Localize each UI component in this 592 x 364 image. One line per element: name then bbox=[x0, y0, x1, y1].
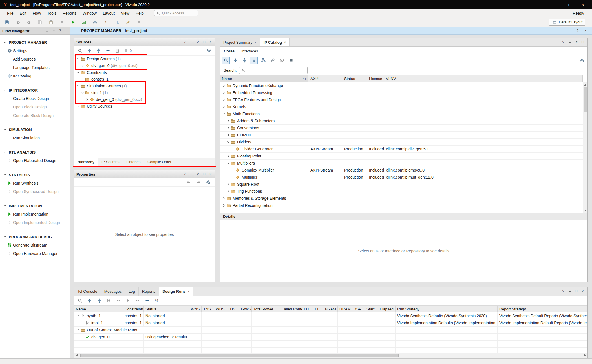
tab-ip-catalog[interactable]: IP Catalog× bbox=[260, 38, 290, 46]
catalog-row-floating-point[interactable]: Floating Point bbox=[220, 153, 583, 160]
tab-log[interactable]: Log bbox=[125, 287, 139, 296]
flownav-item-ip-catalog[interactable]: IP Catalog bbox=[0, 72, 70, 80]
chevron-down-icon[interactable] bbox=[75, 313, 80, 318]
column-header-wns[interactable]: WNS bbox=[189, 306, 202, 312]
tree-row-constrs-1[interactable]: constrs_1 bbox=[74, 76, 215, 83]
column-header-name[interactable]: Name^1 bbox=[220, 75, 308, 82]
add-sources-button[interactable] bbox=[105, 48, 111, 54]
sources-maximize-button[interactable]: □ bbox=[202, 40, 206, 44]
flownav-item-open-elaborated-design[interactable]: Open Elaborated Design bbox=[0, 156, 70, 165]
scroll-left-arrow[interactable] bbox=[74, 353, 79, 358]
properties-minimize-button[interactable]: – bbox=[189, 172, 193, 176]
collapse-all-button[interactable] bbox=[86, 48, 92, 54]
chevron-right-icon[interactable] bbox=[226, 132, 231, 137]
chevron-down-icon[interactable] bbox=[226, 139, 231, 145]
scroll-thumb[interactable] bbox=[80, 354, 399, 357]
cancel-button[interactable] bbox=[136, 19, 142, 25]
catalog-vertical-scrollbar[interactable] bbox=[583, 82, 587, 213]
column-header-name[interactable]: Name bbox=[74, 306, 123, 312]
sources-close-button[interactable]: × bbox=[209, 40, 213, 44]
catalog-minimize-button[interactable]: – bbox=[568, 41, 572, 44]
flownav-item-language-templates[interactable]: Language Templates bbox=[0, 63, 70, 72]
column-header-vlnv[interactable]: VLNV bbox=[384, 75, 456, 82]
sources-help-button[interactable]: ? bbox=[183, 40, 187, 44]
layout-selector[interactable]: Default Layout bbox=[549, 19, 585, 26]
sources-float-button[interactable]: ↗ bbox=[196, 40, 200, 44]
column-header-run-strategy[interactable]: Run Strategy bbox=[396, 306, 498, 312]
catalog-row-math-functions[interactable]: Math Functions bbox=[220, 110, 583, 117]
flownav-item-open-implemented-design[interactable]: Open Implemented Design bbox=[0, 218, 70, 227]
section-chevron-down-icon[interactable] bbox=[2, 88, 7, 93]
chevron-right-icon[interactable] bbox=[7, 251, 12, 256]
catalog-row-memories-storage-elements[interactable]: Memories & Storage Elements bbox=[220, 195, 583, 202]
flownav-item-generate-block-design[interactable]: Generate Block Design bbox=[0, 111, 70, 120]
flownav-item-run-implementation[interactable]: Run Implementation bbox=[0, 210, 70, 218]
properties-float-button[interactable]: ↗ bbox=[196, 172, 200, 176]
chevron-right-icon[interactable] bbox=[226, 182, 231, 187]
tab-messages[interactable]: Messages bbox=[101, 287, 125, 296]
tree-row-utility-sources[interactable]: Utility Sources bbox=[74, 103, 215, 110]
column-header-tpws[interactable]: TPWS bbox=[238, 306, 252, 312]
runs-maximize-button[interactable]: □ bbox=[574, 290, 578, 293]
expand-all-button[interactable] bbox=[96, 298, 102, 304]
flownav-item-create-block-design[interactable]: Create Block Design bbox=[0, 94, 70, 103]
chevron-right-icon[interactable] bbox=[226, 125, 231, 130]
chevron-right-icon[interactable] bbox=[221, 90, 226, 95]
column-header-tns[interactable]: TNS bbox=[202, 306, 214, 312]
catalog-row-dynamic-function-exchange[interactable]: Dynamic Function eXchange bbox=[220, 82, 583, 89]
flownav-item-open-hardware-manager[interactable]: Open Hardware Manager bbox=[0, 249, 70, 258]
chevron-down-icon[interactable] bbox=[80, 90, 85, 95]
tree-row-simulation-sources[interactable]: Simulation Sources(1) bbox=[74, 83, 215, 89]
column-header-constraints[interactable]: Constraints bbox=[123, 306, 144, 312]
column-header-elapsed[interactable]: Elapsed bbox=[378, 306, 396, 312]
tree-row-sim-1[interactable]: sim_1(1) bbox=[74, 89, 215, 96]
forward-button[interactable] bbox=[195, 179, 202, 185]
redo-button[interactable] bbox=[26, 19, 32, 25]
chevron-down-icon[interactable] bbox=[221, 111, 226, 116]
menu-window[interactable]: Window bbox=[79, 9, 100, 17]
customize-button[interactable] bbox=[269, 57, 276, 64]
catalog-row-kernels[interactable]: Kernels bbox=[220, 103, 583, 110]
minimize-button[interactable]: – bbox=[550, 0, 563, 9]
catalog-row-complex-multiplier[interactable]: Complex MultiplierAXI4-StreamProductionI… bbox=[220, 167, 583, 174]
report-sum-button[interactable]: Σ bbox=[103, 19, 109, 25]
column-header-report-strategy[interactable]: Report Strategy bbox=[498, 306, 587, 312]
group-by-button[interactable] bbox=[259, 57, 267, 64]
menu-layout[interactable]: Layout bbox=[100, 9, 118, 17]
catalog-row-multipliers[interactable]: Multipliers bbox=[220, 160, 583, 167]
catalog-float-button[interactable]: ↗ bbox=[574, 41, 578, 44]
expand-all-button[interactable] bbox=[241, 57, 248, 64]
catalog-row-multiplier[interactable]: MultiplierProductionIncludedxilinx.com:i… bbox=[220, 174, 583, 181]
search-button[interactable] bbox=[77, 48, 83, 54]
close-button[interactable]: × bbox=[576, 0, 589, 9]
catalog-row-cordic[interactable]: CORDIC bbox=[220, 132, 583, 139]
chevron-right-icon[interactable] bbox=[85, 97, 90, 102]
chevron-right-icon[interactable] bbox=[7, 158, 12, 163]
flownav-item-settings[interactable]: Settings bbox=[0, 46, 70, 55]
runs-row-div-gen-0[interactable]: div_gen_0Using cached IP results bbox=[74, 334, 587, 341]
menu-edit[interactable]: Edit bbox=[17, 9, 30, 17]
chevron-right-icon[interactable] bbox=[221, 104, 226, 109]
flownav-item-open-synthesized-design[interactable]: Open Synthesized Design bbox=[0, 187, 70, 196]
catalog-help-button[interactable]: ? bbox=[561, 41, 565, 44]
view-cores[interactable]: Cores bbox=[224, 49, 235, 53]
delete-button[interactable] bbox=[59, 19, 65, 25]
catalog-row-dividers[interactable]: Dividers bbox=[220, 139, 583, 146]
fast-forward-button[interactable] bbox=[134, 298, 141, 304]
chevron-right-icon[interactable] bbox=[7, 189, 12, 194]
expand-all-button[interactable] bbox=[96, 48, 102, 54]
tab-close-icon[interactable]: × bbox=[188, 290, 190, 294]
column-header-failed-routes[interactable]: Failed Routes bbox=[280, 306, 302, 312]
flownav-swap-v-icon[interactable] bbox=[51, 28, 56, 33]
catalog-row-divider-generator[interactable]: Divider GeneratorAXI4-StreamProductionIn… bbox=[220, 146, 583, 153]
section-chevron-down-icon[interactable] bbox=[2, 172, 7, 177]
percent-button[interactable]: % bbox=[154, 298, 160, 304]
chevron-right-icon[interactable] bbox=[226, 154, 231, 159]
chevron-right-icon[interactable] bbox=[7, 220, 12, 225]
properties-maximize-button[interactable]: □ bbox=[202, 172, 206, 176]
search-button[interactable] bbox=[77, 298, 83, 304]
scroll-right-arrow[interactable] bbox=[583, 353, 587, 358]
column-header-whs[interactable]: WHS bbox=[214, 306, 226, 312]
catalog-search-input[interactable] bbox=[239, 67, 308, 74]
column-header-status[interactable]: Status bbox=[342, 75, 367, 82]
